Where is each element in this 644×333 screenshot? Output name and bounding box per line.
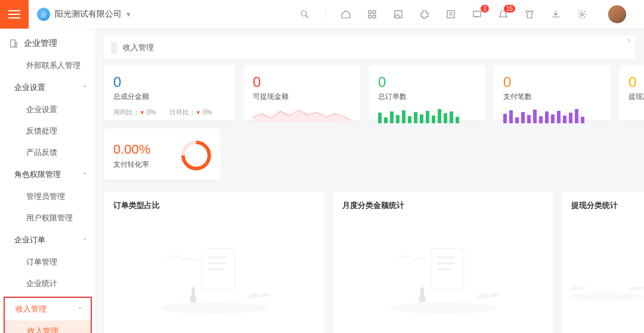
- chevron-up-icon: ⌃: [82, 172, 87, 178]
- shirt-icon[interactable]: [524, 8, 535, 20]
- page-title: 收入管理: [123, 42, 154, 53]
- list-icon[interactable]: [445, 8, 457, 20]
- stat-label: 提现次数: [628, 92, 644, 102]
- main-content: 收入管理 ⌝ 0 总成分金额 周同比：▼ 0% 日环比：▼ 0% 0 可提现金额: [95, 29, 644, 333]
- sidebar: 企业管理 外部联系人管理 企业设置⌃ 企业设置 反馈处理 产品反馈 角色权限管理…: [0, 29, 95, 333]
- breadcrumb: 收入管理 ⌝: [104, 36, 636, 60]
- stat-payments: 0 支付笔数: [494, 66, 611, 120]
- sidebar-item-income[interactable]: 收入管理: [5, 320, 91, 333]
- sidebar-root-label: 企业管理: [24, 38, 57, 49]
- bell-icon[interactable]: 15: [497, 8, 509, 20]
- badge-message: 2: [481, 5, 489, 13]
- sparkline-area-icon: [253, 105, 351, 122]
- chevron-up-icon: ⌃: [82, 237, 87, 244]
- apps-icon[interactable]: [366, 8, 378, 20]
- search-icon[interactable]: [299, 8, 311, 20]
- stat-label: 总成分金额: [113, 92, 225, 102]
- sidebar-group-orders[interactable]: 企业订单⌃: [0, 229, 95, 251]
- sparkline-bars-icon: [503, 107, 601, 123]
- stat-value: 0: [503, 74, 601, 91]
- svg-rect-12: [11, 40, 16, 47]
- svg-point-28: [570, 292, 643, 301]
- empty-state-icon: [333, 210, 553, 333]
- stat-label: 总订单数: [378, 92, 476, 102]
- sidebar-item-enterprise-settings[interactable]: 企业设置: [0, 99, 95, 120]
- stat-value: 0: [378, 74, 476, 91]
- sidebar-item-userperm[interactable]: 用户权限管理: [0, 207, 95, 229]
- stat-label: 可提现金额: [253, 92, 351, 102]
- svg-rect-10: [473, 11, 481, 17]
- stat-label: 支付笔数: [503, 92, 601, 102]
- stat-commission: 0 总成分金额 周同比：▼ 0% 日环比：▼ 0%: [104, 66, 235, 120]
- tab-handle[interactable]: [111, 42, 117, 54]
- image-icon[interactable]: [392, 8, 404, 20]
- topbar-icon-group: 2 15: [299, 5, 626, 23]
- sidebar-root[interactable]: 企业管理: [0, 36, 95, 55]
- sidebar-group-enterprise-settings[interactable]: 企业设置⌃: [0, 76, 95, 99]
- menu-toggle-button[interactable]: [0, 0, 29, 29]
- sidebar-item-feedback[interactable]: 反馈处理: [0, 120, 95, 142]
- svg-point-0: [301, 11, 306, 16]
- svg-rect-5: [373, 15, 376, 18]
- message-icon[interactable]: 2: [471, 8, 483, 20]
- sidebar-group-income[interactable]: 收入管理⌃: [5, 298, 91, 320]
- svg-rect-13: [15, 43, 17, 48]
- empty-state-icon: [562, 210, 644, 333]
- svg-rect-20: [191, 287, 195, 298]
- svg-rect-6: [395, 11, 402, 18]
- panel-withdraw-stats: 提现分类统计: [562, 192, 644, 333]
- sidebar-item-product-feedback[interactable]: 产品反馈: [0, 142, 95, 163]
- panel-month-amount: 月度分类金额统计: [333, 192, 553, 333]
- plugin-icon[interactable]: [419, 8, 431, 20]
- empty-state-icon: [104, 210, 324, 333]
- close-icon[interactable]: ⌝: [627, 38, 631, 48]
- rate-value: 0.00%: [113, 142, 150, 157]
- sidebar-item-admin[interactable]: 管理员管理: [0, 186, 95, 207]
- sidebar-item-stats[interactable]: 企业统计: [0, 273, 95, 294]
- svg-point-11: [581, 13, 584, 16]
- sidebar-group-roles[interactable]: 角色权限管理⌃: [0, 163, 95, 186]
- svg-rect-27: [420, 287, 424, 298]
- svg-rect-4: [369, 15, 371, 18]
- sidebar-item-external-contacts[interactable]: 外部联系人管理: [0, 55, 95, 76]
- company-name: 阳光测试有限公司: [55, 9, 122, 20]
- stat-value: 0: [253, 74, 351, 91]
- rate-label: 支付转化率: [113, 160, 150, 170]
- avatar[interactable]: [608, 5, 626, 23]
- progress-ring-icon: [175, 135, 218, 177]
- rate-card: 0.00% 支付转化率: [104, 129, 221, 180]
- topbar: 企 阳光测试有限公司 ▼ 2 15: [0, 0, 644, 29]
- svg-rect-7: [447, 11, 454, 18]
- download-icon[interactable]: [550, 8, 562, 20]
- building-icon: [8, 38, 19, 49]
- home-icon[interactable]: [340, 8, 352, 20]
- company-selector[interactable]: 企 阳光测试有限公司 ▼: [37, 8, 132, 21]
- caret-down-icon: ▼: [125, 11, 132, 18]
- chevron-up-icon: ⌃: [82, 85, 87, 91]
- svg-point-14: [160, 302, 268, 314]
- panel-order-type: 订单类型占比: [104, 192, 324, 333]
- svg-rect-3: [373, 11, 376, 14]
- stat-withdrawable: 0 可提现金额: [243, 66, 360, 120]
- chevron-up-icon: ⌃: [78, 306, 82, 313]
- svg-rect-2: [369, 11, 371, 14]
- sidebar-item-order[interactable]: 订单管理: [0, 251, 95, 273]
- sparkline-bars-icon: [378, 107, 476, 123]
- stat-withdrawals: 0 提现次数: [619, 66, 644, 120]
- sidebar-highlight: 收入管理⌃ 收入管理: [4, 297, 92, 333]
- svg-point-21: [389, 302, 497, 314]
- svg-line-1: [306, 15, 308, 18]
- company-logo-icon: 企: [37, 8, 50, 21]
- gear-icon[interactable]: [576, 8, 588, 20]
- stat-orders: 0 总订单数: [369, 66, 485, 120]
- stat-value: 0: [628, 74, 644, 91]
- badge-notify: 15: [504, 5, 515, 13]
- stat-value: 0: [113, 74, 225, 91]
